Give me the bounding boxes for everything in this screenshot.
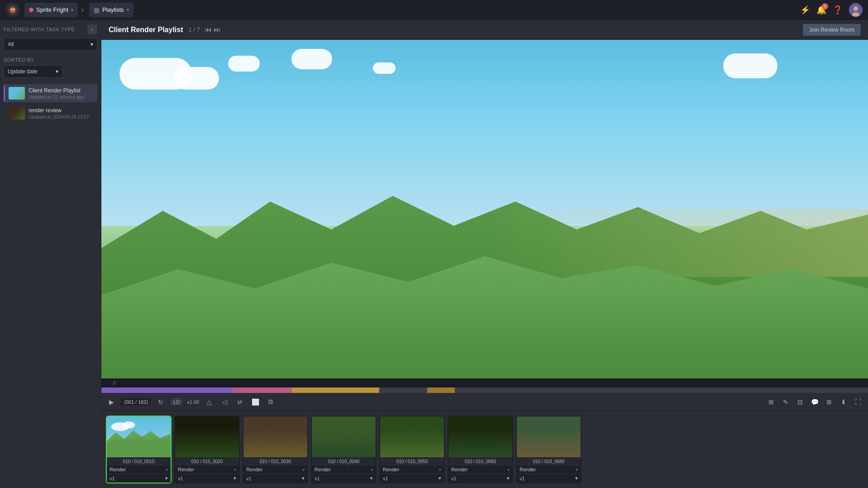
join-review-room-button[interactable]: Join Review Room bbox=[803, 24, 861, 36]
notifications-icon[interactable]: 🔔 2 bbox=[816, 5, 826, 15]
project-selector[interactable]: Sprite Fright bbox=[24, 3, 78, 17]
film-card[interactable]: 010 / 010_0040Render▾v1▾ bbox=[311, 416, 377, 483]
nav-right-actions: ⚡ 🔔 2 ❓ bbox=[800, 3, 863, 17]
breadcrumb-separator: › bbox=[81, 6, 84, 14]
volume-up-button[interactable]: △ bbox=[204, 398, 215, 406]
film-version-row[interactable]: v1▾ bbox=[243, 474, 307, 483]
film-task-type-arrow: ▾ bbox=[234, 467, 236, 472]
sort-value: Update date bbox=[8, 68, 37, 75]
film-task-type-row[interactable]: Render▾ bbox=[448, 465, 512, 474]
layout-icon[interactable]: ⊞ bbox=[766, 398, 777, 406]
add-icon[interactable]: ⊞ bbox=[824, 398, 835, 406]
film-task-type-row[interactable]: Render▾ bbox=[243, 465, 307, 474]
film-task-type-arrow: ▾ bbox=[576, 467, 578, 472]
film-version-row[interactable]: v1▾ bbox=[107, 474, 171, 483]
section-dropdown-chevron bbox=[127, 7, 129, 12]
playlist-item[interactable]: Client Render PlaylistUpdated at: 11 min… bbox=[4, 84, 97, 102]
quality-badge[interactable]: LD bbox=[171, 398, 182, 406]
project-name: Sprite Fright bbox=[36, 6, 68, 13]
svg-point-4 bbox=[854, 6, 858, 11]
playlist-name: Client Render Playlist bbox=[29, 87, 94, 94]
film-version-row[interactable]: v1▾ bbox=[175, 474, 239, 483]
film-card[interactable]: 010 / 010_0030Render▾v1▾ bbox=[243, 416, 308, 483]
film-task-type-value: Render bbox=[315, 467, 331, 472]
section-selector[interactable]: ▦ Playlists bbox=[89, 3, 134, 17]
speed-display[interactable]: x1.00 bbox=[187, 399, 199, 405]
track-dark3 bbox=[455, 388, 471, 393]
fullscreen-icon[interactable]: ⛶ bbox=[853, 398, 863, 406]
help-icon[interactable]: ❓ bbox=[833, 5, 843, 15]
film-shot-label: 010 / 010_0030 bbox=[243, 457, 307, 465]
playlist-thumbnail bbox=[9, 107, 25, 120]
lightning-icon[interactable]: ⚡ bbox=[800, 5, 810, 15]
task-type-filter-value: All bbox=[8, 41, 14, 48]
film-card[interactable]: 010 / 010_0010Render▾v1▾ bbox=[106, 416, 172, 483]
main-content: FILTERED WITH TASK TYPE ‹ All SORTED BY … bbox=[0, 20, 868, 488]
comment-icon[interactable]: 💬 bbox=[809, 398, 820, 406]
film-task-type-value: Render bbox=[178, 467, 194, 472]
timeline-bar[interactable]: 8 bbox=[101, 378, 868, 388]
film-version-value: v1 bbox=[451, 476, 457, 481]
collapse-icon: ‹ bbox=[91, 26, 93, 33]
timeline-tracks[interactable] bbox=[101, 388, 868, 393]
film-shot-label: 010 / 010_0080 bbox=[517, 457, 581, 465]
edit-icon[interactable]: ✎ bbox=[780, 398, 791, 406]
sort-label: SORTED BY bbox=[4, 57, 97, 62]
film-version-row[interactable]: v1▾ bbox=[380, 474, 444, 483]
loop-button[interactable]: ↻ bbox=[155, 398, 166, 406]
film-version-row[interactable]: v1▾ bbox=[312, 474, 376, 483]
sidebar-collapse-button[interactable]: ‹ bbox=[87, 24, 97, 34]
video-header: Client Render Playlist 1 / 7 ⏮ ⏭ Join Re… bbox=[101, 20, 868, 40]
film-card[interactable]: 010 / 010_0050Render▾v1▾ bbox=[379, 416, 445, 483]
film-task-type-row[interactable]: Render▾ bbox=[175, 465, 239, 474]
filter-label: FILTERED WITH TASK TYPE bbox=[4, 27, 75, 32]
volume-button[interactable]: ◁ bbox=[219, 398, 230, 406]
film-task-type-row[interactable]: Render▾ bbox=[517, 465, 581, 474]
track-rest bbox=[471, 388, 868, 393]
play-button[interactable]: ▶ bbox=[106, 398, 117, 406]
shuffle-button[interactable]: ⇄ bbox=[234, 398, 245, 406]
playlist-thumbnail bbox=[9, 87, 25, 100]
film-card[interactable]: 010 / 010_0020Render▾v1▾ bbox=[174, 416, 240, 483]
app-logo[interactable] bbox=[5, 3, 20, 17]
svg-marker-10 bbox=[107, 438, 171, 457]
track-dark1 bbox=[379, 388, 395, 393]
video-player[interactable] bbox=[101, 40, 868, 378]
film-version-row[interactable]: v1▾ bbox=[517, 474, 581, 483]
film-task-type-row[interactable]: Render▾ bbox=[380, 465, 444, 474]
project-dropdown-chevron bbox=[71, 7, 73, 12]
film-thumbnail bbox=[107, 416, 171, 457]
track-gold2 bbox=[427, 388, 455, 393]
compare-button[interactable]: ⧉ bbox=[265, 398, 276, 406]
playlist-date: Updated at: 2024-04-26 13:07 bbox=[29, 115, 94, 120]
download-icon[interactable]: ⬇ bbox=[838, 398, 849, 406]
sort-select[interactable]: Update date bbox=[4, 65, 62, 78]
film-task-type-row[interactable]: Render▾ bbox=[312, 465, 376, 474]
film-card[interactable]: 010 / 010_0060Render▾v1▾ bbox=[448, 416, 513, 483]
video-area: Client Render Playlist 1 / 7 ⏮ ⏭ Join Re… bbox=[101, 20, 868, 488]
film-task-type-row[interactable]: Render▾ bbox=[107, 465, 171, 474]
film-version-row[interactable]: v1▾ bbox=[448, 474, 512, 483]
top-navigation: Sprite Fright › ▦ Playlists ⚡ 🔔 2 ❓ bbox=[0, 0, 868, 20]
minus-icon[interactable]: ⊟ bbox=[795, 398, 806, 406]
film-thumbnail bbox=[243, 416, 307, 457]
user-avatar[interactable] bbox=[849, 3, 863, 17]
film-thumbnail bbox=[448, 416, 512, 457]
film-shot-label: 010 / 010_0040 bbox=[312, 457, 376, 465]
playlist-item[interactable]: render reviewUpdated at: 2024-04-26 13:0… bbox=[4, 104, 97, 122]
svg-point-8 bbox=[123, 421, 135, 429]
film-task-type-arrow: ▾ bbox=[166, 467, 168, 472]
task-type-filter-select[interactable]: All bbox=[4, 38, 97, 51]
playlist-nav-start[interactable]: ⏮ bbox=[205, 26, 212, 34]
film-shot-label: 010 / 010_0010 bbox=[107, 457, 171, 465]
film-task-type-value: Render bbox=[383, 467, 399, 472]
film-version-arrow: ▾ bbox=[302, 475, 305, 481]
notification-badge: 2 bbox=[822, 3, 828, 10]
annotation-button[interactable]: ⬜ bbox=[250, 398, 261, 406]
film-card[interactable]: 010 / 010_0080Render▾v1▾ bbox=[516, 416, 582, 483]
track-pink bbox=[233, 388, 292, 393]
playlist-nav-end[interactable]: ⏭ bbox=[214, 26, 221, 34]
playlist-info: render reviewUpdated at: 2024-04-26 13:0… bbox=[29, 107, 94, 120]
film-version-value: v1 bbox=[246, 476, 252, 481]
film-task-type-arrow: ▾ bbox=[439, 467, 441, 472]
